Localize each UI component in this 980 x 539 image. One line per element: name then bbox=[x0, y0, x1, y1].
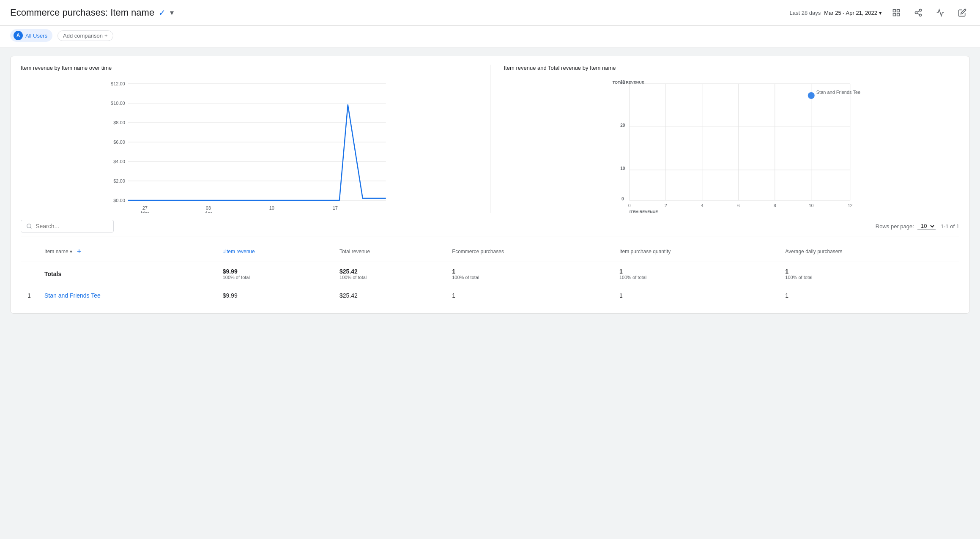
totals-item-revenue: $9.99 100% of total bbox=[216, 262, 333, 286]
search-input[interactable] bbox=[36, 223, 108, 230]
svg-rect-2 bbox=[893, 14, 896, 16]
svg-point-5 bbox=[915, 12, 917, 14]
page-title: Ecommerce purchases: Item name bbox=[10, 7, 154, 18]
chart-divider bbox=[490, 65, 490, 213]
row-average-daily-purchasers: 1 bbox=[778, 286, 959, 305]
status-icon: ✓ bbox=[159, 8, 166, 18]
line-chart-container: $12.00 $10.00 $8.00 $6.00 $4.00 $2.00 $0… bbox=[21, 78, 476, 213]
svg-text:Apr: Apr bbox=[205, 211, 212, 213]
page-header: Ecommerce purchases: Item name ✓ ▾ Last … bbox=[0, 0, 980, 26]
search-box[interactable] bbox=[21, 220, 114, 233]
segment-avatar: A bbox=[14, 31, 23, 40]
scatter-chart-svg: 30 20 10 0 TOTAL REVENUE bbox=[504, 78, 960, 213]
segment-label: All Users bbox=[25, 33, 47, 39]
svg-point-53 bbox=[808, 92, 814, 99]
totals-average-daily-purchasers: 1 100% of total bbox=[778, 262, 959, 286]
pagination-controls: Rows per page: 10 25 50 1-1 of 1 bbox=[876, 222, 959, 230]
svg-rect-1 bbox=[897, 10, 900, 12]
date-range-dropdown-icon: ▾ bbox=[879, 10, 882, 16]
svg-text:0: 0 bbox=[628, 203, 630, 208]
svg-text:27: 27 bbox=[142, 205, 148, 211]
svg-rect-3 bbox=[897, 14, 900, 16]
totals-label: Totals bbox=[38, 262, 216, 286]
header-left: Ecommerce purchases: Item name ✓ ▾ bbox=[10, 7, 174, 18]
svg-line-56 bbox=[30, 227, 32, 229]
th-item-revenue[interactable]: ↓Item revenue bbox=[216, 241, 333, 262]
charts-row: Item revenue by Item name over time $12.… bbox=[21, 65, 959, 213]
svg-text:10: 10 bbox=[809, 203, 814, 208]
th-row-num bbox=[21, 241, 38, 262]
date-range-label: Last 28 days bbox=[790, 10, 821, 16]
svg-text:17: 17 bbox=[333, 205, 338, 211]
analytics-card: Item revenue by Item name over time $12.… bbox=[10, 56, 970, 314]
svg-text:$4.00: $4.00 bbox=[113, 159, 125, 164]
all-users-segment[interactable]: A All Users bbox=[10, 29, 52, 42]
svg-text:$10.00: $10.00 bbox=[111, 101, 125, 106]
th-item-purchase-quantity-label: Item purchase quantity bbox=[619, 249, 671, 254]
svg-line-8 bbox=[917, 11, 920, 12]
add-comparison-label: Add comparison bbox=[63, 33, 103, 39]
totals-total-revenue: $25.42 100% of total bbox=[333, 262, 445, 286]
table-header-row: Item name ▾ + ↓Item revenue Total revenu… bbox=[21, 241, 959, 262]
svg-point-55 bbox=[27, 224, 31, 228]
totals-ecommerce-purchases: 1 100% of total bbox=[445, 262, 613, 286]
row-item-purchase-quantity: 1 bbox=[613, 286, 778, 305]
add-comparison-icon: + bbox=[104, 33, 108, 39]
line-chart-svg: $12.00 $10.00 $8.00 $6.00 $4.00 $2.00 $0… bbox=[21, 78, 476, 213]
add-comparison-button[interactable]: Add comparison + bbox=[57, 30, 113, 41]
line-chart-title: Item revenue by Item name over time bbox=[21, 65, 476, 71]
th-average-daily-purchasers[interactable]: Average daily purchasers bbox=[778, 241, 959, 262]
date-range-value[interactable]: Mar 25 - Apr 21, 2022 ▾ bbox=[824, 10, 882, 16]
svg-text:10: 10 bbox=[620, 166, 625, 171]
row-item-revenue: $9.99 bbox=[216, 286, 333, 305]
svg-rect-0 bbox=[893, 10, 896, 12]
row-num: 1 bbox=[21, 286, 38, 305]
row-item-name: Stan and Friends Tee bbox=[38, 286, 216, 305]
svg-text:$0.00: $0.00 bbox=[113, 198, 125, 203]
table-controls: Rows per page: 10 25 50 1-1 of 1 bbox=[21, 220, 959, 236]
svg-point-6 bbox=[920, 14, 922, 16]
svg-text:20: 20 bbox=[620, 123, 625, 128]
svg-line-7 bbox=[917, 13, 920, 14]
svg-text:Mar: Mar bbox=[141, 211, 149, 213]
row-ecommerce-purchases: 1 bbox=[445, 286, 613, 305]
svg-text:$12.00: $12.00 bbox=[111, 81, 125, 86]
th-ecommerce-purchases[interactable]: Ecommerce purchases bbox=[445, 241, 613, 262]
th-average-daily-purchasers-label: Average daily purchasers bbox=[785, 249, 842, 254]
scatter-chart-container: 30 20 10 0 TOTAL REVENUE bbox=[504, 78, 960, 213]
insights-button[interactable] bbox=[933, 5, 948, 20]
title-dropdown-icon[interactable]: ▾ bbox=[170, 8, 174, 17]
svg-point-4 bbox=[920, 9, 922, 11]
add-column-button[interactable]: + bbox=[74, 246, 84, 257]
segment-bar: A All Users Add comparison + bbox=[0, 26, 980, 47]
svg-text:0: 0 bbox=[621, 197, 624, 201]
svg-text:12: 12 bbox=[848, 203, 853, 208]
rows-per-page-select[interactable]: 10 25 50 bbox=[917, 222, 936, 230]
rows-per-page-label: Rows per page: bbox=[876, 223, 914, 230]
svg-text:ITEM REVENUE: ITEM REVENUE bbox=[629, 210, 658, 213]
edit-button[interactable] bbox=[955, 5, 970, 20]
svg-text:2: 2 bbox=[664, 203, 667, 208]
svg-text:$8.00: $8.00 bbox=[113, 120, 125, 125]
row-total-revenue: $25.42 bbox=[333, 286, 445, 305]
table-section: Rows per page: 10 25 50 1-1 of 1 bbox=[21, 220, 959, 305]
th-total-revenue[interactable]: Total revenue bbox=[333, 241, 445, 262]
th-item-purchase-quantity[interactable]: Item purchase quantity bbox=[613, 241, 778, 262]
svg-text:8: 8 bbox=[773, 203, 776, 208]
svg-text:10: 10 bbox=[269, 205, 274, 211]
svg-text:03: 03 bbox=[206, 205, 211, 211]
date-range-section: Last 28 days Mar 25 - Apr 21, 2022 ▾ bbox=[790, 10, 882, 16]
item-name-link[interactable]: Stan and Friends Tee bbox=[44, 292, 101, 299]
pagination-text: 1-1 of 1 bbox=[941, 223, 959, 230]
scatter-chart-section: Item revenue and Total revenue by Item n… bbox=[504, 65, 960, 213]
scatter-chart-title: Item revenue and Total revenue by Item n… bbox=[504, 65, 960, 71]
th-item-name[interactable]: Item name ▾ + bbox=[38, 241, 216, 262]
share-button[interactable] bbox=[911, 5, 926, 20]
svg-text:4: 4 bbox=[701, 203, 703, 208]
main-content: Item revenue by Item name over time $12.… bbox=[0, 47, 980, 329]
th-item-revenue-label: ↓Item revenue bbox=[223, 249, 255, 254]
svg-text:$6.00: $6.00 bbox=[113, 140, 125, 145]
totals-item-purchase-quantity: 1 100% of total bbox=[613, 262, 778, 286]
svg-text:6: 6 bbox=[737, 203, 739, 208]
chart-type-button[interactable] bbox=[889, 5, 904, 20]
